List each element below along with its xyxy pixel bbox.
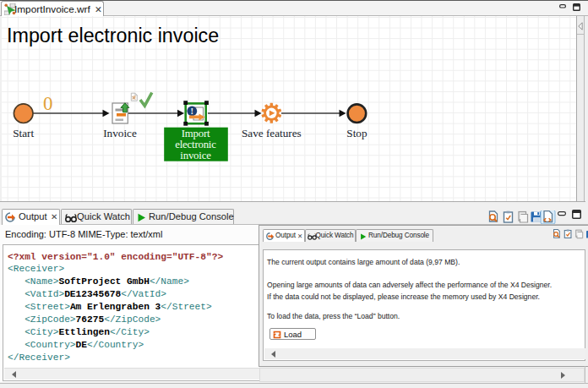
- svg-text:Save features: Save features: [242, 127, 302, 139]
- svg-text:invoice: invoice: [180, 150, 211, 161]
- svg-text:electronic: electronic: [175, 139, 216, 150]
- svg-text:Stop: Stop: [346, 127, 368, 139]
- svg-text:Import: Import: [182, 128, 210, 139]
- svg-text:Invoice: Invoice: [103, 127, 137, 139]
- svg-text:Start: Start: [13, 127, 34, 139]
- svg-text:!: !: [191, 107, 194, 116]
- svg-text:0: 0: [43, 93, 53, 114]
